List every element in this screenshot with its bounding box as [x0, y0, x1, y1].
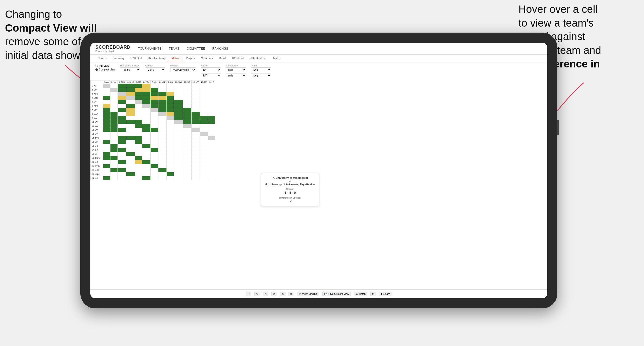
matrix-cell[interactable]: [167, 168, 174, 172]
matrix-cell[interactable]: [183, 128, 191, 132]
division-select[interactable]: NCAA Division I: [170, 67, 196, 72]
matrix-cell[interactable]: [183, 176, 191, 180]
matrix-cell[interactable]: [110, 116, 118, 120]
matrix-cell[interactable]: [158, 176, 167, 180]
matrix-cell[interactable]: [208, 96, 215, 100]
matrix-cell[interactable]: [174, 136, 183, 140]
matrix-cell[interactable]: [110, 108, 118, 112]
layout-button[interactable]: ⊞: [370, 292, 376, 296]
matrix-cell[interactable]: [110, 88, 118, 92]
matrix-cell[interactable]: [142, 172, 151, 176]
matrix-cell[interactable]: [126, 160, 135, 164]
matrix-cell[interactable]: [151, 88, 158, 92]
matrix-cell[interactable]: [118, 88, 126, 92]
matrix-cell[interactable]: [118, 164, 126, 168]
matrix-cell[interactable]: [208, 128, 215, 132]
matrix-cell[interactable]: [208, 116, 215, 120]
matrix-cell[interactable]: [126, 116, 135, 120]
matrix-cell[interactable]: [208, 108, 215, 112]
matrix-cell[interactable]: [174, 116, 183, 120]
matrix-cell[interactable]: [110, 160, 118, 164]
matrix-cell[interactable]: [208, 172, 215, 176]
matrix-cell[interactable]: [191, 172, 200, 176]
matrix-cell[interactable]: [118, 136, 126, 140]
zoom-out-button[interactable]: ⊖: [271, 292, 277, 296]
matrix-cell[interactable]: [183, 152, 191, 156]
matrix-cell[interactable]: [183, 84, 191, 88]
matrix-cell[interactable]: [167, 132, 174, 136]
matrix-cell[interactable]: [174, 112, 183, 116]
watch-button[interactable]: ◎ Watch: [354, 292, 367, 296]
matrix-cell[interactable]: [142, 136, 151, 140]
matrix-cell[interactable]: [167, 152, 174, 156]
matrix-cell[interactable]: [174, 104, 183, 108]
matrix-cell[interactable]: [126, 104, 135, 108]
matrix-cell[interactable]: [174, 140, 183, 144]
matrix-cell[interactable]: [158, 108, 167, 112]
matrix-cell[interactable]: [103, 128, 110, 132]
matrix-cell[interactable]: [103, 104, 110, 108]
subnav-h2h-heatmap2[interactable]: H2H Heatmap: [247, 55, 270, 62]
matrix-cell[interactable]: [151, 116, 158, 120]
matrix-cell[interactable]: [118, 132, 126, 136]
matrix-cell[interactable]: [103, 140, 110, 144]
matrix-cell[interactable]: [151, 124, 158, 128]
refresh-button[interactable]: ⟳: [288, 292, 294, 296]
region-select[interactable]: N/A: [201, 67, 221, 72]
matrix-cell[interactable]: [200, 84, 208, 88]
matrix-cell[interactable]: [151, 148, 158, 152]
matrix-cell[interactable]: [118, 160, 126, 164]
matrix-cell[interactable]: [167, 88, 174, 92]
matrix-cell[interactable]: [118, 112, 126, 116]
matrix-cell[interactable]: [200, 124, 208, 128]
matrix-cell[interactable]: [151, 120, 158, 124]
matrix-cell[interactable]: [167, 128, 174, 132]
matrix-cell[interactable]: [200, 156, 208, 160]
full-view-radio[interactable]: [95, 65, 98, 67]
matrix-cell[interactable]: [118, 148, 126, 152]
matrix-cell[interactable]: [167, 112, 174, 116]
matrix-cell[interactable]: [142, 124, 151, 128]
matrix-cell[interactable]: [118, 100, 126, 104]
matrix-cell[interactable]: [158, 132, 167, 136]
matrix-cell[interactable]: [167, 96, 174, 100]
matrix-cell[interactable]: [191, 140, 200, 144]
matrix-cell[interactable]: [183, 108, 191, 112]
matrix-cell[interactable]: [151, 140, 158, 144]
matrix-cell[interactable]: [110, 176, 118, 180]
matrix-cell[interactable]: [158, 92, 167, 96]
matrix-cell[interactable]: [110, 132, 118, 136]
compact-view-radio[interactable]: [95, 68, 98, 71]
matrix-cell[interactable]: [126, 88, 135, 92]
matrix-cell[interactable]: [191, 156, 200, 160]
subnav-detail[interactable]: Detail: [216, 55, 229, 62]
matrix-cell[interactable]: [126, 148, 135, 152]
matrix-cell[interactable]: [174, 156, 183, 160]
matrix-cell[interactable]: [151, 128, 158, 132]
matrix-cell[interactable]: [151, 96, 158, 100]
matrix-cell[interactable]: [208, 176, 215, 180]
matrix-cell[interactable]: [118, 144, 126, 148]
matrix-cell[interactable]: [135, 104, 142, 108]
gender-select[interactable]: Men's: [145, 67, 165, 72]
subnav-summary1[interactable]: Summary: [109, 55, 127, 62]
view-original-button[interactable]: 👁 View: Original: [297, 292, 319, 296]
matrix-cell[interactable]: [110, 100, 118, 104]
matrix-cell[interactable]: [110, 112, 118, 116]
subnav-h2h-grid2[interactable]: H2H Grid: [229, 55, 247, 62]
matrix-cell[interactable]: [151, 160, 158, 164]
matrix-cell[interactable]: [126, 164, 135, 168]
matrix-cell[interactable]: [126, 128, 135, 132]
matrix-cell[interactable]: [142, 112, 151, 116]
matrix-cell[interactable]: [167, 156, 174, 160]
matrix-cell[interactable]: [183, 148, 191, 152]
share-button[interactable]: ⬆ Share: [379, 292, 392, 296]
matrix-cell[interactable]: [208, 144, 215, 148]
reset-button[interactable]: ⊙: [263, 292, 268, 296]
matrix-cell[interactable]: [142, 168, 151, 172]
matrix-cell[interactable]: [126, 176, 135, 180]
team-select2[interactable]: (All): [251, 73, 271, 78]
matrix-cell[interactable]: [183, 124, 191, 128]
matrix-cell[interactable]: [118, 116, 126, 120]
matrix-cell[interactable]: [191, 116, 200, 120]
